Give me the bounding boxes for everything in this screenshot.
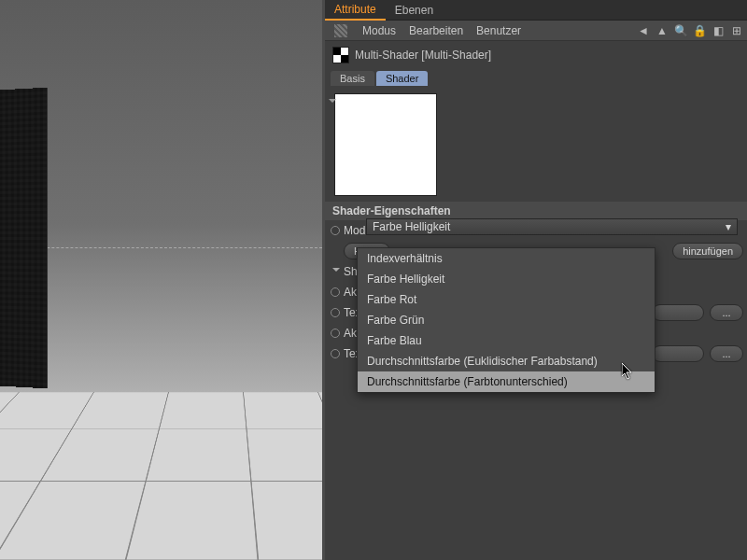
hinzufuegen-button[interactable]: hinzufügen (672, 243, 743, 259)
drag-handle-icon[interactable] (334, 24, 347, 37)
row-modus: Modus Farbe Helligkeit ▾ (331, 220, 741, 241)
menu-bearbeiten[interactable]: Bearbeiten (409, 24, 463, 37)
viewport-3d[interactable] (0, 0, 322, 560)
dd-helligkeit[interactable]: Farbe Helligkeit (358, 269, 655, 289)
chevron-down-icon: ▾ (726, 220, 731, 233)
floor-grid (0, 392, 322, 560)
tab-ebenen[interactable]: Ebenen (386, 1, 443, 20)
radio-icon[interactable] (331, 287, 340, 297)
textur2-ellipsis[interactable]: ... (710, 345, 743, 362)
disclosure-icon[interactable] (332, 268, 340, 275)
shader-preview[interactable] (334, 93, 437, 196)
search-icon[interactable]: 🔍 (674, 24, 687, 37)
multishader-icon (332, 47, 349, 63)
object-title: Multi-Shader [Multi-Shader] (355, 49, 491, 62)
radio-icon[interactable] (331, 308, 340, 317)
dd-farbton[interactable]: Durchschnittsfarbe (Farbtonunterschied) (358, 371, 655, 392)
subtab-shader[interactable]: Shader (376, 71, 428, 86)
dd-gruen[interactable]: Farbe Grün (358, 310, 655, 330)
dd-euklid[interactable]: Durchschnittsfarbe (Euklidischer Farbabs… (358, 351, 655, 371)
radio-icon[interactable] (331, 349, 340, 358)
dd-rot[interactable]: Farbe Rot (358, 289, 655, 310)
add-icon[interactable]: ⊞ (730, 24, 743, 37)
section-header: Shader-Eigenschaften (325, 202, 747, 220)
menu-benutzer[interactable]: Benutzer (476, 24, 521, 37)
panel-menubar: Modus Bearbeiten Benutzer ◄ ▲ 🔍 🔒 ◧ ⊞ (325, 21, 747, 41)
textur1-ellipsis[interactable]: ... (710, 304, 743, 321)
object-header: Multi-Shader [Multi-Shader] (325, 41, 747, 69)
tab-attribute[interactable]: Attribute (325, 0, 386, 21)
textur2-button[interactable] (652, 345, 704, 362)
menu-modus[interactable]: Modus (362, 24, 396, 37)
disclosure-icon[interactable] (329, 99, 336, 106)
dd-index[interactable]: Indexverhältnis (358, 248, 655, 269)
nav-up-icon[interactable]: ▲ (655, 24, 669, 37)
panel-tabs: Attribute Ebenen (325, 0, 747, 21)
lock-icon[interactable]: 🔒 (693, 24, 706, 37)
radio-icon (331, 226, 340, 235)
nav-back-icon[interactable]: ◄ (637, 24, 650, 37)
radio-icon[interactable] (331, 329, 340, 338)
expand-icon[interactable]: ◧ (712, 24, 725, 37)
dd-blau[interactable]: Farbe Blau (358, 330, 655, 351)
subtabs: Basis Shader (325, 69, 747, 88)
modus-combo[interactable]: Farbe Helligkeit ▾ (366, 218, 738, 235)
mesh-cube (0, 88, 48, 389)
textur1-button[interactable] (652, 304, 704, 321)
subtab-basis[interactable]: Basis (331, 71, 374, 86)
combo-value: Farbe Helligkeit (373, 220, 450, 233)
horizon-line (0, 247, 322, 248)
modus-dropdown[interactable]: Indexverhältnis Farbe Helligkeit Farbe R… (357, 247, 655, 393)
